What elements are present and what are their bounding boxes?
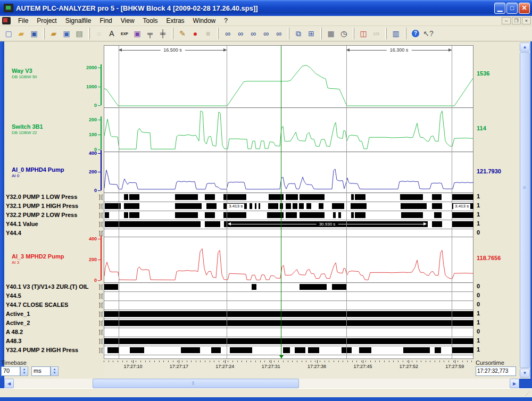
digital-bar — [432, 203, 442, 209]
print-button[interactable]: ▤ — [73, 28, 86, 40]
timebase-unit-spinner[interactable]: ▲▼ — [51, 366, 59, 376]
ruler-major-tick — [225, 360, 226, 363]
resize-grip[interactable]: ⋰ — [525, 391, 530, 396]
signal-label: Switch 3B1 — [12, 123, 43, 130]
find-rising-edge-button[interactable]: ∞ — [234, 28, 247, 40]
export-button[interactable]: EXP — [118, 28, 131, 40]
numeric-view-icon: 123 — [373, 32, 379, 36]
stop-button: ■ — [202, 28, 214, 40]
digital-bar — [205, 221, 220, 227]
time-label: 17:27:52 — [400, 364, 418, 369]
scroll-left-button[interactable]: ◀ — [4, 379, 14, 388]
context-help-button[interactable]: ↖? — [422, 28, 435, 40]
menu-item-window[interactable]: Window — [189, 16, 220, 26]
ruler-major-tick — [179, 360, 179, 363]
record-button[interactable]: ● — [189, 28, 202, 40]
find-value-button[interactable]: ∞ — [221, 28, 234, 40]
scroll-down-button[interactable]: ▼ — [520, 369, 530, 378]
grid-button[interactable]: ▦ — [325, 28, 337, 40]
save-signalfile-button[interactable]: ▣ — [60, 28, 73, 40]
child-minimize-button[interactable]: – — [502, 17, 511, 24]
open-file-button[interactable]: ▰ — [15, 28, 28, 40]
scroll-right-button[interactable]: ▶ — [510, 379, 519, 388]
new-file-icon: ▢ — [5, 30, 12, 37]
signal-label: AI_0 MPHD4 Pump — [12, 166, 64, 173]
digital-row — [104, 337, 473, 346]
cascade-windows-icon: ⧉ — [296, 30, 301, 37]
digital-bar — [107, 347, 119, 353]
child-close-button[interactable]: × — [522, 17, 531, 24]
menu-item-file[interactable]: File — [14, 16, 32, 26]
toolbar-separator — [320, 28, 322, 39]
menu-item-project[interactable]: Project — [32, 16, 61, 26]
digital-bar — [452, 212, 474, 218]
cursortime-value-field[interactable]: 17:27:32,773 — [476, 366, 516, 376]
plot-area[interactable]: 3.413 s3.413 s30.930 s16.500 s16.300 s — [104, 45, 473, 359]
new-file-button[interactable]: ▢ — [2, 28, 15, 40]
time-cursor[interactable] — [281, 46, 281, 358]
time-label: 17:27:31 — [262, 364, 280, 369]
clock-button[interactable]: ◷ — [337, 28, 350, 40]
vertical-scrollbar[interactable]: ▲ ▼ — [520, 43, 530, 378]
signal-label: Active_1 — [6, 310, 30, 318]
time-label: 17:27:17 — [170, 364, 188, 369]
help-button[interactable]: ? — [409, 28, 422, 40]
duration-arrow-label: 30.930 s — [317, 221, 338, 227]
digital-bar — [104, 311, 474, 317]
toolbar-separator — [353, 28, 354, 39]
save-extract-button[interactable]: ▣ — [131, 28, 144, 40]
cursortime-control: Cursortime17:27:32,773 — [476, 360, 518, 376]
protocol-note-button[interactable]: ✎ — [176, 28, 189, 40]
menu-item-view[interactable]: View — [117, 16, 139, 26]
clock-icon: ◷ — [340, 30, 347, 37]
digital-axis-bracket: ][ — [98, 211, 103, 219]
digital-bar — [205, 194, 215, 200]
tile-windows-button[interactable]: ⊞ — [305, 28, 318, 40]
menu-item-[interactable]: ? — [220, 16, 232, 26]
digital-bar — [105, 221, 201, 227]
vertical-scroll-thumb[interactable] — [520, 52, 530, 368]
signal-window-button[interactable]: ◫ — [357, 28, 370, 40]
marker-insert-button[interactable]: ╤ — [144, 28, 156, 40]
scroll-up-button[interactable]: ▲ — [520, 43, 530, 52]
find-falling-edge-button[interactable]: ∞ — [247, 28, 260, 40]
digital-row — [104, 310, 473, 319]
menu-item-tools[interactable]: Tools — [139, 16, 162, 26]
plc-rack-button[interactable]: ▥ — [389, 28, 402, 40]
menu-item-extras[interactable]: Extras — [162, 16, 189, 26]
timebase-value-field[interactable]: 70 — [1, 366, 20, 376]
open-signalfile-button[interactable]: ▰ — [47, 28, 60, 40]
timebase-unit-field[interactable]: ms — [31, 366, 51, 376]
save-file-button[interactable]: ▣ — [28, 28, 40, 40]
child-restore-button[interactable]: ❐ — [512, 17, 521, 24]
digital-bar — [432, 221, 442, 227]
menu-item-signalfile[interactable]: Signalfile — [61, 16, 96, 26]
minimize-button[interactable]: ▁ — [494, 3, 505, 14]
zoom-button: ○ — [93, 28, 105, 40]
signal-label: Y40.1 V3 (T)/V1+3 ZUR.(T) OIL — [6, 283, 89, 291]
ruler-major-tick — [271, 360, 271, 363]
timebase-value-spinner[interactable]: ▲▼ — [20, 366, 28, 376]
horizontal-scrollbar[interactable]: ◀ ▶ — [4, 379, 519, 388]
time-label: 17:27:38 — [307, 364, 326, 369]
close-button[interactable]: ✕ — [519, 3, 530, 14]
horizontal-scroll-thumb[interactable] — [93, 379, 299, 388]
signal-label-panel: Way V3DB 1DBW 50200010000Switch 3B1DB 1D… — [4, 41, 104, 379]
analog-section-0 — [104, 46, 473, 108]
maximize-button[interactable]: □ — [506, 3, 518, 14]
find-pattern-button[interactable]: ∞ — [272, 28, 285, 40]
cursortime-label: Cursortime — [476, 360, 518, 366]
digital-bar — [403, 347, 430, 353]
analog-section-2 — [104, 152, 473, 193]
print-icon: ▤ — [76, 30, 82, 37]
marker-align-button[interactable]: ╪ — [156, 28, 169, 40]
signal-cursor-value: 0 — [477, 328, 480, 335]
menu-item-find[interactable]: Find — [95, 16, 116, 26]
cascade-windows-button[interactable]: ⧉ — [292, 28, 305, 40]
select-signal-button[interactable]: A — [105, 28, 118, 40]
find-bit-button[interactable]: ∞ — [260, 28, 272, 40]
open-file-icon: ▰ — [19, 30, 24, 37]
digital-axis-bracket: ][ — [98, 292, 103, 300]
ruler-ticks — [104, 361, 473, 362]
toolbar: ▢▰▣▰▣▤○AEXP▣╤╪✎●■∞∞∞∞∞⧉⊞▦◷◫123▥?↖? — [0, 26, 532, 41]
